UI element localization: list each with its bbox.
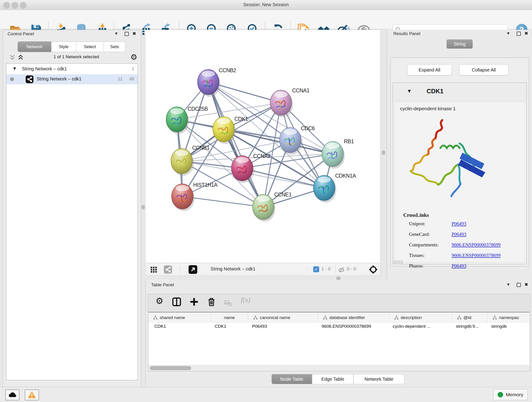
tab-string[interactable]: String [447,39,473,49]
panel-float-icon[interactable] [517,283,521,287]
tab-network-table[interactable]: Network Table [354,374,404,384]
results-panel: Results Panel ▼ ✖ String Expand All Coll… [387,30,532,280]
network-edge[interactable] [224,129,333,154]
main-toolbar: ? [0,10,532,29]
column-header[interactable]: @id [452,313,487,323]
network-list: ▼ String Network – cdk1 1 String Network… [6,64,138,380]
network-node-CCNA1[interactable] [270,90,293,117]
panel-close-icon[interactable]: ✖ [525,282,528,287]
node-label-CCNE1: CCNE1 [274,191,291,198]
network-node-CCNE1[interactable] [253,194,275,222]
tab-edge-table[interactable]: Edge Table [312,374,354,384]
crosslink-compartments-link[interactable]: 9606.ENSP00000378699 [452,242,500,248]
column-header[interactable]: namespac [487,313,530,323]
selected-checkbox-icon[interactable]: ✓ [313,266,319,272]
cloud-icon [8,390,17,399]
collapse-all-button[interactable]: Collapse All [459,64,508,75]
grid-view-icon[interactable] [150,266,157,273]
network-graph[interactable]: CCNB2CCNA1CDC25BCDK1CDC6RB1CCNB1CCNA2CDK… [146,30,380,263]
network-view-title: String Network – cdk1 [210,266,255,272]
crosslink-label: Compartments: [409,242,439,248]
table-cell[interactable]: P06493 [252,324,267,329]
node-label-HIST1H1A: HIST1H1A [193,182,218,188]
tab-select[interactable]: Select [76,41,104,52]
panel-collapse-icon[interactable]: ▼ [507,32,510,35]
table-cell[interactable]: CDK1 [154,324,166,329]
panel-float-icon[interactable] [125,32,129,36]
table-cell[interactable]: 9606.ENSP00000378699 [322,324,371,329]
network-node-CCNB2[interactable] [197,70,220,97]
splitter-handle[interactable] [382,151,385,155]
protein-section-header[interactable]: ▼ CDK1 [393,83,526,101]
node-label-CDC25B: CDC25B [188,106,208,112]
delete-column-icon[interactable] [206,297,216,307]
tab-sets[interactable]: Sets [104,41,126,52]
node-label-CCNB2: CCNB2 [219,67,236,73]
hidden-eye-slash-icon[interactable] [338,266,345,273]
title-bar: Session: New Session [0,0,532,10]
status-bar: Memory [0,387,532,402]
splitter-handle[interactable] [142,205,145,209]
network-node-CCNB1[interactable] [171,148,194,176]
column-header[interactable]: database identifier [318,313,389,323]
collapse-all-networks-icon[interactable] [9,54,16,61]
expand-all-networks-icon[interactable] [17,54,24,61]
table-cell[interactable]: CDK1 [215,324,226,329]
crosslink-label: Pharos: [409,263,423,269]
network-node-CDC25B[interactable] [166,107,189,134]
birds-eye-view-icon[interactable] [189,265,197,274]
application-window: Session: New Session [0,0,532,402]
column-header[interactable]: shared name [148,313,211,323]
scrollbar-thumb[interactable] [150,366,191,370]
panel-close-icon[interactable]: ✖ [133,31,136,36]
expand-all-button[interactable]: Expand All [407,64,452,75]
panel-collapse-icon[interactable]: ▼ [507,283,510,286]
network-collection-row[interactable]: ▼ String Network – cdk1 1 [6,64,138,74]
network-status-dot-icon [10,77,14,81]
collection-expander-icon[interactable]: ▼ [13,66,16,70]
warning-button[interactable] [25,389,39,400]
panel-close-icon[interactable]: ✖ [525,31,528,36]
network-node-HIST1H1A[interactable] [172,184,195,211]
network-share-view-icon[interactable] [164,265,172,274]
crosshair-icon[interactable] [368,264,378,274]
cloud-button[interactable] [5,389,19,400]
column-header[interactable]: canonical name [248,313,318,323]
crosslink-genecard-link[interactable]: P06493 [452,231,466,237]
memory-button[interactable]: Memory [493,389,528,400]
results-scrollbar[interactable] [393,261,403,264]
panel-float-icon[interactable] [517,32,521,36]
table-cell[interactable]: cyclin-dependent ... [393,324,431,329]
toolbar-separator [307,265,307,274]
splitter-handle[interactable] [336,277,341,280]
table-cell[interactable]: stringdb [491,324,507,329]
tab-network[interactable]: Network [18,41,51,52]
crosslink-pharos-link[interactable]: P06493 [452,263,466,269]
node-label-CCNB1: CCNB1 [192,145,209,151]
network-node-CDK1[interactable] [213,117,236,144]
network-canvas[interactable]: CCNB2CCNA1CDC25BCDK1CDC6RB1CCNB1CCNA2CDK… [145,30,380,263]
column-header[interactable]: name [211,313,248,323]
table-horizontal-scrollbar[interactable] [148,365,530,371]
network-options-gear-icon[interactable]: ⚙ [130,52,137,62]
show-columns-icon[interactable] [172,297,182,307]
panel-collapse-icon[interactable]: ▼ [115,32,118,35]
column-header[interactable]: description [389,313,452,323]
crosslink-tissues-link[interactable]: 9606.ENSP00000378699 [452,253,500,258]
tab-node-table[interactable]: Node Table [272,374,312,384]
control-panel: Control Panel ▼ ✖ Network Style Select S… [3,30,141,387]
network-node-CDKN1A[interactable] [313,175,336,203]
network-node-CCNA2[interactable] [231,156,254,183]
add-column-icon[interactable] [189,297,199,307]
network-node-RB1[interactable] [322,141,345,169]
tab-style[interactable]: Style [51,41,76,52]
section-expander-icon[interactable]: ▼ [408,89,411,93]
window-title: Session: New Session [0,2,532,7]
table-cell[interactable]: stringdb:9... [456,324,479,329]
crosslink-uniprot-link[interactable]: P06493 [452,221,466,227]
network-edge[interactable] [208,82,263,207]
node-label-RB1: RB1 [344,138,354,144]
clear-table-icon[interactable] [224,299,232,307]
table-options-gear-icon[interactable]: ⚙ [156,296,163,306]
network-row[interactable]: String Network – cdk1 11 48 [6,74,138,84]
